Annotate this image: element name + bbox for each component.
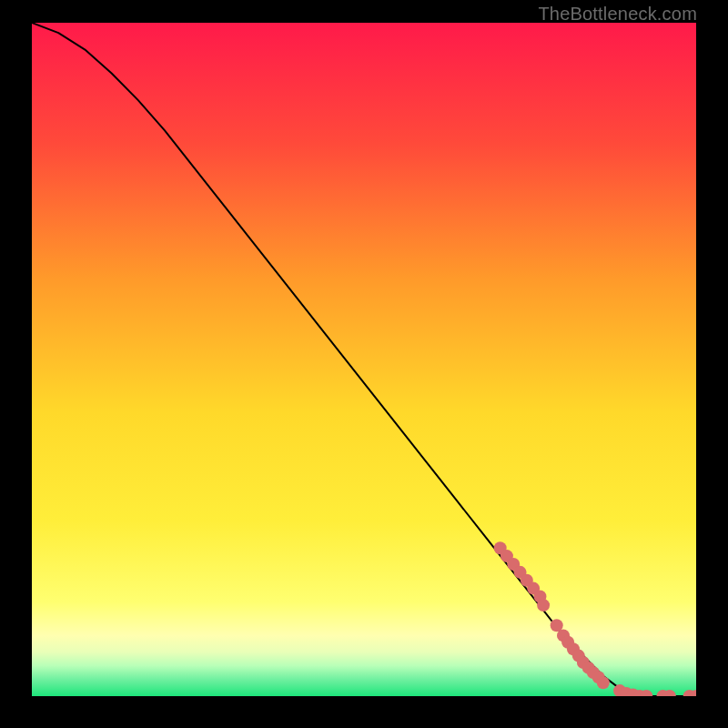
chart-frame: TheBottleneck.com — [0, 0, 728, 728]
bottleneck-curve — [32, 23, 696, 696]
data-marker — [597, 676, 610, 689]
curve-layer — [32, 23, 696, 696]
data-marker — [537, 599, 550, 612]
plot-area — [32, 23, 696, 696]
watermark-text: TheBottleneck.com — [538, 4, 697, 25]
